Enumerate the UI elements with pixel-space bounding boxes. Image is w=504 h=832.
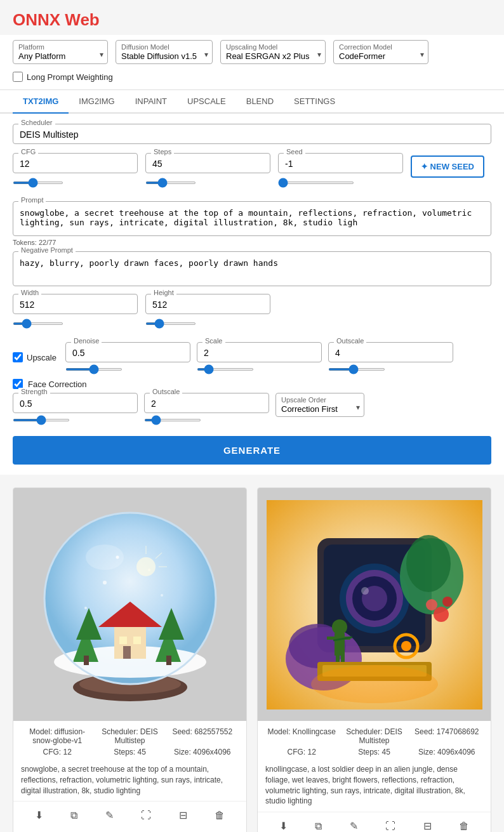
scheduler-field[interactable]: Scheduler DEIS Multistep DDIM DPM++ 2M E… bbox=[13, 124, 491, 144]
scale-label: Scale bbox=[202, 337, 225, 345]
svg-point-35 bbox=[406, 535, 451, 592]
negative-prompt-label: Negative Prompt bbox=[18, 246, 76, 254]
cfg-slider[interactable] bbox=[13, 182, 63, 184]
svg-point-49 bbox=[401, 641, 411, 651]
width-input[interactable]: 512 bbox=[20, 300, 131, 310]
diffusion-model-dropdown[interactable]: Diffusion Model Stable Diffusion v1.5 St… bbox=[116, 40, 213, 64]
sg-expand-btn[interactable]: ⛶ bbox=[136, 807, 156, 824]
app-title: ONNX Web bbox=[13, 10, 491, 30]
scheduler-select[interactable]: DEIS Multistep DDIM DPM++ 2M Euler Euler… bbox=[20, 129, 484, 140]
scheduler-label: Scheduler bbox=[18, 119, 55, 126]
height-input[interactable]: 512 bbox=[152, 300, 263, 310]
height-slider[interactable] bbox=[145, 322, 196, 325]
generate-button[interactable]: GENERATE bbox=[13, 436, 491, 465]
strength-field[interactable]: Strength 0.5 bbox=[13, 393, 138, 413]
scale-input[interactable]: 2 bbox=[204, 348, 315, 358]
width-field[interactable]: Width 512 bbox=[13, 294, 138, 314]
denoise-slider[interactable] bbox=[65, 368, 123, 371]
tab-txt2img[interactable]: TXT2IMG bbox=[13, 90, 69, 114]
steps-field[interactable]: Steps 45 bbox=[145, 153, 270, 173]
app-header: ONNX Web bbox=[0, 0, 504, 35]
prompt-textarea[interactable]: snowglobe, a secret treehouse at the top… bbox=[13, 202, 491, 234]
denoise-input[interactable]: 0.5 bbox=[72, 348, 183, 358]
long-prompt-weighting-toggle[interactable]: Long Prompt Weighting bbox=[13, 72, 113, 82]
tab-blend[interactable]: BLEND bbox=[236, 90, 284, 114]
seed-slider[interactable] bbox=[278, 182, 354, 184]
tab-inpaint[interactable]: INPAINT bbox=[125, 90, 177, 114]
sg-delete-btn[interactable]: 🗑 bbox=[209, 807, 230, 824]
seed-input[interactable]: -1 bbox=[285, 159, 396, 169]
cfg-label: CFG bbox=[18, 148, 38, 155]
sg-copy-btn[interactable]: ⧉ bbox=[65, 807, 83, 824]
image-grid: Model: diffusion-snow-globe-v1 Scheduler… bbox=[0, 475, 504, 832]
correction-model-select[interactable]: CodeFormer GFPGAN bbox=[339, 51, 423, 61]
scale-slider[interactable] bbox=[197, 368, 254, 371]
face-outscale-slider[interactable] bbox=[144, 419, 201, 421]
svg-point-20 bbox=[86, 545, 124, 570]
sg-edit-btn[interactable]: ✎ bbox=[100, 807, 119, 824]
width-label: Width bbox=[18, 289, 41, 296]
platform-dropdown[interactable]: Platform Any Platform CPU GPU bbox=[13, 40, 108, 64]
width-height-row: Width 512 Height 512 bbox=[13, 294, 491, 333]
upscale-checkbox[interactable] bbox=[13, 352, 23, 362]
svg-rect-11 bbox=[84, 656, 89, 665]
sg-more-btn[interactable]: ⊟ bbox=[174, 807, 192, 824]
sg-steps: Steps: 45 bbox=[93, 748, 166, 756]
tab-img2img[interactable]: IMG2IMG bbox=[69, 90, 124, 114]
sg-cfg: CFG: 12 bbox=[21, 748, 93, 756]
steps-input[interactable]: 45 bbox=[152, 159, 263, 169]
kn-more-btn[interactable]: ⊟ bbox=[418, 817, 437, 832]
face-outscale-field[interactable]: Outscale 2 bbox=[144, 393, 269, 413]
outscale-input[interactable]: 4 bbox=[335, 348, 446, 358]
kn-copy-btn[interactable]: ⧉ bbox=[310, 817, 327, 832]
cfg-field[interactable]: CFG 12 bbox=[13, 153, 138, 173]
correction-model-dropdown[interactable]: Correction Model CodeFormer GFPGAN bbox=[333, 40, 428, 64]
steps-slider[interactable] bbox=[145, 182, 196, 184]
seed-field[interactable]: Seed -1 bbox=[278, 153, 403, 173]
diffusion-model-select[interactable]: Stable Diffusion v1.5 Stable Diffusion v… bbox=[121, 51, 207, 61]
upscale-row: Upscale Denoise 0.5 Scale 2 Outscale bbox=[13, 342, 491, 373]
denoise-label: Denoise bbox=[71, 337, 102, 345]
strength-fields: Strength 0.5 Outscale 2 Upscale Order Co… bbox=[13, 393, 491, 423]
upscaling-model-select[interactable]: Real ESRGAN x2 Plus Real ESRGAN x4 Plus bbox=[226, 51, 320, 61]
height-field[interactable]: Height 512 bbox=[145, 294, 270, 314]
kn-steps: Steps: 45 bbox=[338, 748, 410, 756]
negative-prompt-field[interactable]: Negative Prompt hazy, blurry, poorly dra… bbox=[13, 251, 491, 286]
scale-field[interactable]: Scale 2 bbox=[197, 342, 322, 362]
denoise-field[interactable]: Denoise 0.5 bbox=[65, 342, 190, 362]
sg-size: Size: 4096x4096 bbox=[166, 748, 239, 756]
snow-globe-card-info: Model: diffusion-snow-globe-v1 Scheduler… bbox=[13, 721, 246, 762]
upscale-order-dropdown[interactable]: Upscale Order Correction First Upscale F… bbox=[275, 393, 364, 417]
tabs: TXT2IMG IMG2IMG INPAINT UPSCALE BLEND SE… bbox=[0, 90, 504, 114]
upscale-order-select[interactable]: Correction First Upscale First bbox=[281, 404, 359, 414]
seed-label: Seed bbox=[284, 148, 305, 155]
kn-cfg: CFG: 12 bbox=[265, 748, 338, 756]
face-outscale-input[interactable]: 2 bbox=[151, 399, 262, 409]
strength-input[interactable]: 0.5 bbox=[20, 399, 131, 409]
svg-rect-6 bbox=[119, 637, 127, 644]
tab-settings[interactable]: SETTINGS bbox=[284, 90, 345, 114]
kn-delete-btn[interactable]: 🗑 bbox=[454, 817, 474, 832]
tab-upscale[interactable]: UPSCALE bbox=[177, 90, 236, 114]
diffusion-model-label: Diffusion Model bbox=[121, 43, 207, 51]
upscale-toggle[interactable]: Upscale bbox=[13, 352, 56, 362]
outscale-field[interactable]: Outscale 4 bbox=[328, 342, 453, 362]
width-slider[interactable] bbox=[13, 322, 63, 325]
svg-rect-14 bbox=[166, 656, 171, 665]
svg-point-33 bbox=[361, 587, 369, 595]
new-seed-button[interactable]: ✦ NEW SEED bbox=[411, 155, 484, 178]
platform-select[interactable]: Any Platform CPU GPU bbox=[18, 51, 102, 61]
strength-slider[interactable] bbox=[13, 419, 70, 421]
cfg-input[interactable]: 12 bbox=[20, 159, 131, 169]
outscale-upscale-slider[interactable] bbox=[328, 368, 385, 371]
kn-edit-btn[interactable]: ✎ bbox=[345, 817, 363, 832]
knolling-image bbox=[258, 488, 491, 721]
upscaling-model-dropdown[interactable]: Upscaling Model Real ESRGAN x2 Plus Real… bbox=[220, 40, 326, 64]
sg-download-btn[interactable]: ⬇ bbox=[30, 807, 48, 824]
negative-prompt-textarea[interactable]: hazy, blurry, poorly drawn faces, poorly… bbox=[13, 252, 491, 284]
upscale-order-label: Upscale Order bbox=[281, 396, 359, 404]
long-prompt-checkbox[interactable] bbox=[13, 72, 23, 82]
kn-download-btn[interactable]: ⬇ bbox=[274, 817, 293, 832]
kn-expand-btn[interactable]: ⛶ bbox=[380, 817, 401, 832]
prompt-field[interactable]: Prompt snowglobe, a secret treehouse at … bbox=[13, 201, 491, 236]
